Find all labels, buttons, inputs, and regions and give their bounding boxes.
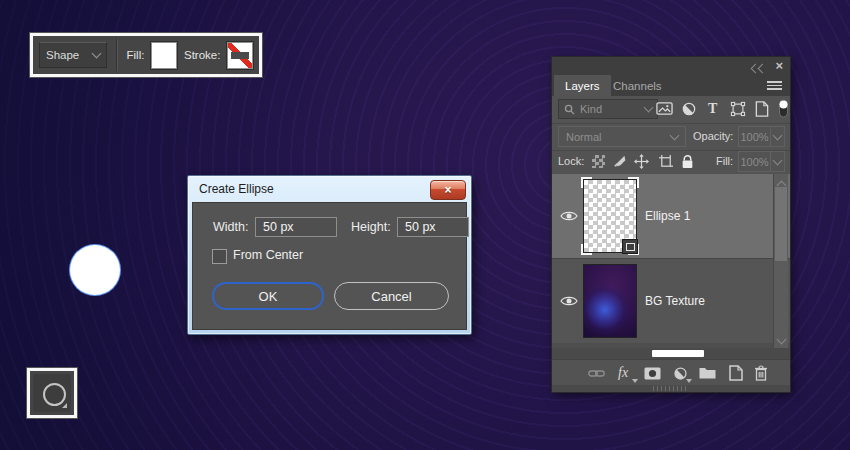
stroke-label: Stroke: xyxy=(184,49,220,61)
separator xyxy=(116,39,118,71)
add-layer-mask-icon[interactable] xyxy=(644,367,661,380)
scroll-down-icon[interactable] xyxy=(777,335,787,345)
ok-button[interactable]: OK xyxy=(212,282,324,310)
tool-mode-select[interactable]: Shape xyxy=(39,42,107,68)
dialog-title: Create Ellipse xyxy=(199,182,274,196)
lock-all-padlock-icon[interactable] xyxy=(681,154,694,169)
chevron-down-icon xyxy=(91,49,101,59)
chevron-down-icon xyxy=(670,130,680,140)
kind-filter-select[interactable]: Kind xyxy=(558,99,658,119)
fill-label: Fill: xyxy=(716,155,733,167)
blend-mode-value: Normal xyxy=(566,131,601,143)
tool-mode-value: Shape xyxy=(46,49,79,61)
delete-layer-trash-icon[interactable] xyxy=(754,365,768,381)
panel-tabs: Layers Channels xyxy=(552,75,790,96)
vertical-scrollbar[interactable] xyxy=(773,174,788,348)
drawn-ellipse-shape xyxy=(70,245,120,295)
blend-mode-select[interactable]: Normal xyxy=(558,126,686,147)
stroke-color-swatch[interactable] xyxy=(227,42,253,69)
visibility-eye-icon[interactable] xyxy=(560,295,578,307)
tool-button-background xyxy=(33,374,71,412)
tool-flyout-triangle-icon xyxy=(62,403,67,408)
horizontal-scrollbar-thumb[interactable] xyxy=(652,350,704,357)
layer-name: BG Texture xyxy=(645,294,705,308)
link-layers-icon[interactable] xyxy=(588,368,605,379)
kind-filter-value: Kind xyxy=(580,103,602,115)
pixel-filter-icon[interactable] xyxy=(656,101,673,116)
vertical-scrollbar-thumb[interactable] xyxy=(775,187,787,261)
layer-style-fx-icon[interactable]: fx xyxy=(618,366,628,380)
lock-pixels-brush-icon[interactable] xyxy=(612,154,627,169)
height-label: Height: xyxy=(351,220,391,234)
visibility-eye-icon[interactable] xyxy=(560,210,578,222)
opacity-label: Opacity: xyxy=(693,130,733,142)
adjustment-filter-icon[interactable] xyxy=(681,101,697,117)
grip-marks-icon xyxy=(653,386,689,391)
lock-row: Lock: Fill: xyxy=(552,150,790,175)
new-group-folder-icon[interactable] xyxy=(699,367,716,379)
opacity-value-select[interactable]: 100% xyxy=(738,126,785,147)
lock-artboard-icon[interactable] xyxy=(658,154,674,169)
ellipse-tool-button[interactable] xyxy=(27,368,77,418)
from-center-label: From Center xyxy=(233,248,303,262)
width-input[interactable] xyxy=(255,217,337,237)
shape-layer-badge-icon xyxy=(622,239,638,254)
fill-value: 100% xyxy=(739,156,770,168)
fill-value-select[interactable]: 100% xyxy=(738,151,785,172)
create-ellipse-dialog: Create Ellipse × Width: Height: From Cen… xyxy=(187,175,472,335)
tab-channels[interactable]: Channels xyxy=(602,75,673,96)
horizontal-scrollbar[interactable] xyxy=(552,348,790,359)
collapse-panel-icon[interactable] xyxy=(752,62,766,74)
layer-thumbnail-bg-texture[interactable] xyxy=(583,264,637,338)
cancel-button[interactable]: Cancel xyxy=(334,282,449,310)
panel-header: × xyxy=(552,57,790,75)
layer-row-bg-texture[interactable]: BG Texture xyxy=(552,259,790,343)
lock-position-move-icon[interactable] xyxy=(634,154,649,169)
layers-list: Ellipse 1 BG Texture xyxy=(552,174,790,348)
height-input[interactable] xyxy=(397,217,469,237)
layer-thumbnail-ellipse-1[interactable] xyxy=(583,179,637,253)
photoshop-workspace: Shape Fill: Stroke: Create Ellipse × Wid… xyxy=(0,0,850,450)
search-icon xyxy=(564,104,575,115)
new-layer-icon[interactable] xyxy=(729,365,743,381)
lock-transparency-icon[interactable] xyxy=(592,155,605,168)
type-filter-icon[interactable]: T xyxy=(708,102,717,116)
panel-footer-toolbar: fx xyxy=(552,359,790,386)
filter-row: Kind T xyxy=(552,96,790,124)
width-label: Width: xyxy=(213,220,248,234)
chevron-down-icon xyxy=(773,130,783,140)
panel-menu-icon[interactable] xyxy=(767,81,782,90)
dialog-titlebar[interactable]: Create Ellipse × xyxy=(188,176,471,202)
tool-options-bar: Shape Fill: Stroke: xyxy=(30,33,262,77)
adjustment-flyout-arrow-icon xyxy=(686,379,692,383)
dialog-close-button[interactable]: × xyxy=(430,180,466,200)
layer-name: Ellipse 1 xyxy=(645,209,690,223)
dialog-body: Width: Height: From Center OK Cancel xyxy=(192,202,467,330)
filter-toggle-icon[interactable] xyxy=(778,98,789,119)
stroke-bar-icon xyxy=(231,52,249,59)
from-center-checkbox[interactable] xyxy=(212,249,227,264)
close-panel-icon[interactable]: × xyxy=(775,58,783,73)
fill-color-swatch[interactable] xyxy=(151,42,177,69)
blend-row: Normal Opacity: 100% xyxy=(552,123,790,151)
layers-panel: × Layers Channels Kind xyxy=(552,57,790,392)
smart-object-filter-icon[interactable] xyxy=(755,101,769,117)
fill-label: Fill: xyxy=(127,49,145,61)
lock-label: Lock: xyxy=(558,155,584,167)
chevron-down-icon xyxy=(773,155,783,165)
opacity-value: 100% xyxy=(739,131,770,143)
panel-resize-grip[interactable] xyxy=(552,385,790,392)
close-icon: × xyxy=(444,184,451,196)
shape-filter-icon[interactable] xyxy=(730,101,746,117)
fx-flyout-arrow-icon xyxy=(632,379,638,383)
layer-row-ellipse-1[interactable]: Ellipse 1 xyxy=(552,174,790,259)
chevron-down-icon xyxy=(644,103,654,113)
